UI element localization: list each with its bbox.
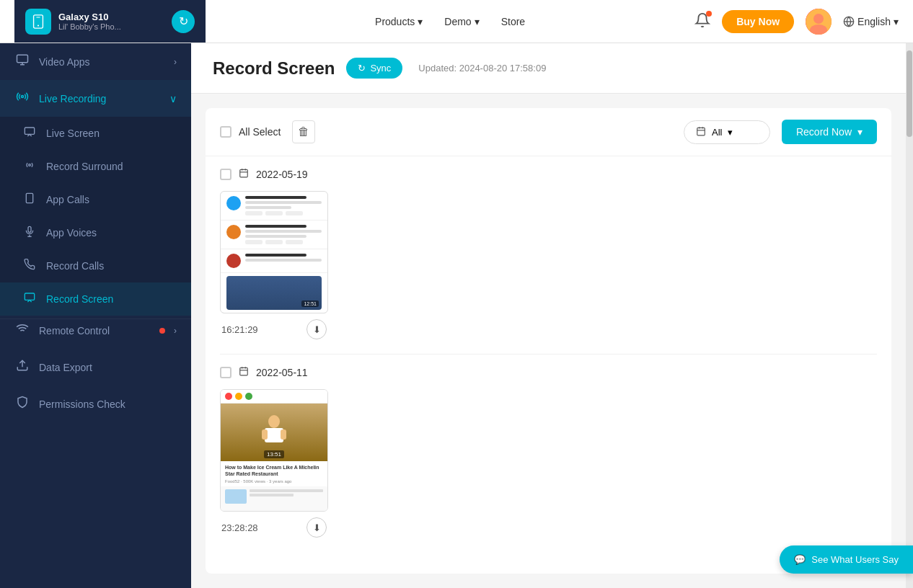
- nav-products-chevron: ▾: [418, 16, 423, 27]
- svg-rect-26: [240, 169, 248, 177]
- all-select-area: All Select: [220, 126, 281, 138]
- bell-notification-dot: [706, 11, 712, 17]
- all-select-label: All Select: [239, 126, 281, 138]
- app-voices-icon: [22, 226, 38, 240]
- recording-thumbnail-001: 12:51: [220, 191, 328, 313]
- live-recording-subitems: Live Screen Record Surround: [0, 117, 191, 316]
- nav-store-label: Store: [501, 16, 525, 27]
- nav-store[interactable]: Store: [501, 16, 525, 27]
- updated-timestamp: Updated: 2024-08-20 17:58:09: [418, 63, 546, 74]
- permissions-check-label: Permissions Check: [39, 398, 177, 410]
- sidebar-item-record-screen[interactable]: Record Screen: [0, 282, 191, 316]
- buy-now-button[interactable]: Buy Now: [722, 10, 794, 33]
- sync-icon-top[interactable]: ↻: [172, 10, 195, 33]
- sidebar-item-app-voices[interactable]: App Voices: [0, 216, 191, 249]
- permissions-check-icon: [14, 396, 30, 412]
- svg-rect-8: [17, 55, 28, 63]
- live-recording-icon: [14, 90, 30, 107]
- live-screen-icon: [22, 126, 38, 141]
- date-group-1: 2022-05-11: [206, 355, 891, 552]
- sidebar-item-record-calls[interactable]: Record Calls: [0, 249, 191, 282]
- sidebar-item-remote-control[interactable]: Remote Control ›: [0, 318, 191, 349]
- app-voices-label: App Voices: [46, 227, 97, 239]
- all-select-checkbox[interactable]: [220, 126, 231, 138]
- date-filter-chevron: ▾: [728, 127, 733, 138]
- content-wrapper: Record Screen ↻ Sync Updated: 2024-08-20…: [191, 43, 913, 588]
- sidebar-item-data-export[interactable]: Data Export: [0, 349, 191, 386]
- data-export-icon: [14, 359, 30, 375]
- svg-rect-14: [26, 193, 32, 202]
- delete-icon: 🗑: [298, 125, 309, 138]
- date-filter-label: All: [712, 127, 722, 138]
- sidebar-item-permissions-check[interactable]: Permissions Check: [0, 386, 191, 422]
- record-screen-label: Record Screen: [46, 293, 113, 305]
- sidebar-item-live-screen[interactable]: Live Screen: [0, 117, 191, 150]
- data-export-label: Data Export: [39, 362, 177, 373]
- user-avatar[interactable]: [806, 9, 832, 35]
- recordings-grid-0: 12:51 16:21:29 ⬇: [220, 191, 877, 354]
- delete-button[interactable]: 🗑: [292, 120, 315, 143]
- nav-links: Products ▾ Demo ▾ Store: [206, 16, 694, 27]
- language-label: English: [857, 16, 891, 27]
- live-recording-chevron: ∨: [169, 93, 177, 104]
- recording-card-001[interactable]: 12:51 16:21:29 ⬇: [220, 191, 328, 339]
- record-screen-icon: [22, 292, 38, 306]
- bell-icon[interactable]: [694, 12, 710, 31]
- sidebar-item-video-apps[interactable]: Video Apps ›: [0, 43, 191, 80]
- sync-label: Sync: [370, 63, 391, 74]
- sync-button[interactable]: ↻ Sync: [346, 58, 402, 79]
- device-icon: [25, 9, 51, 35]
- svg-rect-36: [262, 429, 268, 440]
- date-calendar-icon-1: [239, 366, 249, 379]
- filter-bar: All Select 🗑: [206, 108, 891, 156]
- svg-point-34: [268, 415, 280, 428]
- sidebar-item-app-calls[interactable]: App Calls: [0, 183, 191, 216]
- device-panel: Galaxy S10 Lil' Bobby's Pho... ↻: [14, 0, 206, 43]
- chat-widget[interactable]: 💬 See What Users Say: [780, 545, 913, 574]
- download-button-001[interactable]: ⬇: [306, 319, 327, 339]
- record-now-chevron: ▾: [857, 126, 863, 138]
- record-surround-label: Record Surround: [46, 161, 123, 172]
- svg-rect-2: [36, 17, 40, 17]
- remote-control-chevron: ›: [174, 326, 177, 336]
- date-group-checkbox-0[interactable]: [220, 169, 231, 180]
- device-info: Galaxy S10 Lil' Bobby's Pho...: [58, 12, 164, 31]
- recording-card-002[interactable]: 13:51 How to Make Ice Cream Like A Miche…: [220, 389, 328, 538]
- date-group-checkbox-1[interactable]: [220, 367, 231, 378]
- record-surround-icon: [22, 159, 38, 174]
- nav-demo[interactable]: Demo ▾: [444, 16, 479, 27]
- date-header-1: 2022-05-11: [220, 366, 877, 379]
- vertical-scrollbar[interactable]: [906, 43, 913, 588]
- language-button[interactable]: English ▾: [843, 16, 899, 27]
- record-now-label: Record Now: [796, 126, 852, 138]
- app-calls-label: App Calls: [46, 194, 89, 205]
- download-button-002[interactable]: ⬇: [306, 517, 327, 538]
- date-filter-dropdown[interactable]: All ▾: [684, 120, 770, 144]
- chat-icon: 💬: [794, 554, 806, 565]
- top-navigation: Galaxy S10 Lil' Bobby's Pho... ↻ Product…: [0, 0, 913, 43]
- svg-point-4: [813, 14, 824, 24]
- record-now-button[interactable]: Record Now ▾: [782, 120, 877, 144]
- sidebar-item-live-recording[interactable]: Live Recording ∨: [0, 80, 191, 117]
- date-label-0: 2022-05-19: [256, 169, 308, 180]
- date-group-0: 2022-05-19: [206, 156, 891, 354]
- nav-demo-label: Demo: [444, 16, 471, 27]
- app-calls-icon: [22, 192, 38, 207]
- sidebar-item-record-surround[interactable]: Record Surround: [0, 150, 191, 183]
- video-apps-chevron: ›: [174, 57, 177, 67]
- page-title: Record Screen: [213, 58, 335, 79]
- svg-rect-19: [25, 293, 34, 300]
- record-calls-label: Record Calls: [46, 260, 104, 272]
- svg-point-13: [29, 164, 31, 166]
- nav-demo-chevron: ▾: [475, 16, 480, 27]
- records-container: All Select 🗑: [206, 108, 891, 574]
- sync-icon: ↻: [358, 63, 366, 74]
- language-chevron: ▾: [894, 16, 899, 27]
- top-nav-right: Buy Now English ▾: [694, 9, 899, 35]
- record-calls-icon: [22, 259, 38, 273]
- nav-products[interactable]: Products ▾: [375, 16, 423, 27]
- recording-footer-002: 23:28:28 ⬇: [220, 517, 328, 538]
- scrollbar-thumb[interactable]: [907, 50, 912, 137]
- svg-rect-30: [240, 368, 248, 375]
- svg-rect-16: [28, 226, 31, 232]
